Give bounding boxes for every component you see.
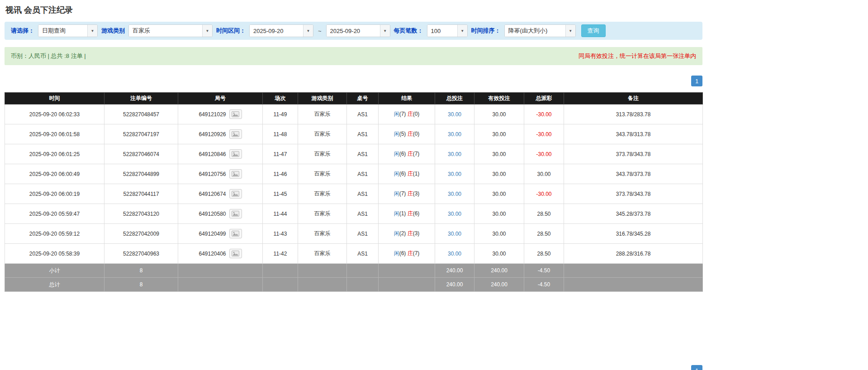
- chevron-down-icon[interactable]: ▼: [565, 25, 575, 37]
- summary-notice-text: 同局有效投注，统一计算在该局第一张注单内: [579, 52, 696, 60]
- video-replay-icon: [232, 251, 239, 256]
- game-type-input[interactable]: [129, 25, 202, 37]
- total-bet-link[interactable]: 30.00: [448, 211, 461, 217]
- query-type-input[interactable]: [38, 25, 87, 37]
- chevron-down-icon[interactable]: ▼: [303, 25, 313, 37]
- player-result-label: 闲: [394, 230, 399, 237]
- replay-video-button[interactable]: [229, 209, 242, 218]
- sort-order-combobox[interactable]: ▼: [504, 24, 576, 37]
- table-row: 2025-09-20 06:01:25522827046074649120846…: [5, 144, 703, 164]
- bet-id-cell: 522827040963: [104, 244, 178, 264]
- chevron-down-icon[interactable]: ▼: [457, 25, 467, 37]
- player-result-score: (6): [399, 171, 406, 177]
- player-result-label: 闲: [394, 210, 399, 217]
- page-size-input[interactable]: [427, 25, 457, 37]
- sort-order-input[interactable]: [505, 25, 565, 37]
- page-button-1[interactable]: 1: [691, 76, 702, 86]
- total-bet-cell: 30.00: [435, 124, 474, 144]
- page-button-1[interactable]: 1: [691, 365, 702, 370]
- date-from-input[interactable]: [250, 25, 303, 37]
- summary-currency-text: 币别：人民币 | 总共 :8 注单 |: [11, 52, 86, 60]
- round-id: 649120674: [199, 191, 226, 197]
- subtotal-payout: -4.50: [524, 264, 564, 278]
- session-cell: 11-46: [263, 164, 298, 184]
- banker-result-score: (3): [413, 230, 420, 237]
- game-type-cell: 百家乐: [298, 164, 347, 184]
- column-header: 场次: [263, 93, 298, 104]
- payout-cell: -30.00: [524, 104, 564, 124]
- date-to-input[interactable]: [327, 25, 380, 37]
- table-row: 2025-09-20 06:00:19522827044117649120674…: [5, 184, 703, 204]
- banker-result-label: 庄: [408, 111, 413, 117]
- total-bet-link[interactable]: 30.00: [448, 151, 461, 157]
- subtotal-row: 小计 8 240.00 240.00 -4.50: [5, 264, 703, 278]
- note-cell: 313.78/283.78: [564, 104, 703, 124]
- table-row: 2025-09-20 05:59:12522827042009649120499…: [5, 224, 703, 244]
- column-header: 注单编号: [104, 93, 178, 104]
- column-header: 局号: [178, 93, 263, 104]
- replay-video-button[interactable]: [229, 149, 242, 159]
- time-cell: 2025-09-20 05:58:39: [5, 244, 104, 264]
- total-bet-link[interactable]: 30.00: [448, 251, 461, 257]
- game-type-cell: 百家乐: [298, 224, 347, 244]
- session-cell: 11-42: [263, 244, 298, 264]
- note-cell: 343.78/313.78: [564, 124, 703, 144]
- chevron-down-icon[interactable]: ▼: [202, 25, 212, 37]
- bet-id-cell: 522827042009: [104, 224, 178, 244]
- round-id: 649120846: [199, 151, 226, 157]
- page-title: 视讯 会员下注纪录: [5, 5, 863, 15]
- banker-result-score: (3): [413, 190, 420, 197]
- bet-id-cell: 522827046074: [104, 144, 178, 164]
- date-from-picker[interactable]: ▼: [249, 24, 313, 37]
- total-bet-link[interactable]: 30.00: [448, 191, 461, 197]
- game-type-cell: 百家乐: [298, 244, 347, 264]
- table-number-cell: AS1: [347, 244, 379, 264]
- time-cell: 2025-09-20 06:01:25: [5, 144, 104, 164]
- total-bet-cell: 30.00: [435, 144, 474, 164]
- note-cell: 373.78/343.78: [564, 144, 703, 164]
- total-bet-link[interactable]: 30.00: [448, 131, 461, 138]
- total-bet-link[interactable]: 30.00: [448, 231, 461, 237]
- round-cell: 649120580: [178, 204, 263, 224]
- round-cell: 649120406: [178, 244, 263, 264]
- payout-cell: 28.50: [524, 244, 564, 264]
- page-size-combobox[interactable]: ▼: [427, 24, 468, 37]
- round-id: 649120580: [199, 211, 226, 217]
- player-result-score: (6): [399, 250, 406, 256]
- game-type-cell: 百家乐: [298, 184, 347, 204]
- payout-cell: -30.00: [524, 124, 564, 144]
- payout-cell: -30.00: [524, 144, 564, 164]
- replay-video-button[interactable]: [229, 249, 242, 258]
- total-bet-link[interactable]: 30.00: [448, 171, 461, 177]
- replay-video-button[interactable]: [229, 109, 242, 119]
- video-replay-icon: [232, 151, 239, 157]
- replay-video-button[interactable]: [229, 189, 242, 199]
- banker-result-label: 庄: [408, 230, 413, 237]
- replay-video-button[interactable]: [229, 169, 242, 179]
- game-type-combobox[interactable]: ▼: [128, 24, 213, 37]
- subtotal-count: 8: [104, 264, 178, 278]
- replay-video-button[interactable]: [229, 129, 242, 139]
- chevron-down-icon[interactable]: ▼: [87, 25, 97, 37]
- note-cell: 373.78/343.78: [564, 184, 703, 204]
- round-id: 649120926: [199, 131, 226, 138]
- table-header-row: 时间注单编号局号场次游戏类别桌号结果总投注有效投注总派彩备注: [5, 93, 703, 104]
- time-cell: 2025-09-20 06:01:58: [5, 124, 104, 144]
- total-bet-cell: 30.00: [435, 244, 474, 264]
- query-type-combobox[interactable]: ▼: [38, 24, 98, 37]
- player-result-score: (1): [399, 210, 406, 217]
- chevron-down-icon[interactable]: ▼: [380, 25, 390, 37]
- total-bet-link[interactable]: 30.00: [448, 111, 461, 118]
- filter-bar: 请选择： ▼ 游戏类别 ▼ 时间区间： ▼ ~ ▼ 每页笔数：: [5, 22, 702, 40]
- round-cell: 649120926: [178, 124, 263, 144]
- video-replay-icon: [232, 211, 239, 217]
- date-to-picker[interactable]: ▼: [326, 24, 390, 37]
- banker-result-label: 庄: [408, 190, 413, 197]
- game-type-cell: 百家乐: [298, 144, 347, 164]
- player-result-score: (7): [399, 111, 406, 117]
- search-button[interactable]: 查询: [581, 24, 606, 37]
- table-row: 2025-09-20 05:59:47522827043120649120580…: [5, 204, 703, 224]
- note-cell: 345.28/373.78: [564, 204, 703, 224]
- game-type-cell: 百家乐: [298, 204, 347, 224]
- replay-video-button[interactable]: [229, 229, 242, 238]
